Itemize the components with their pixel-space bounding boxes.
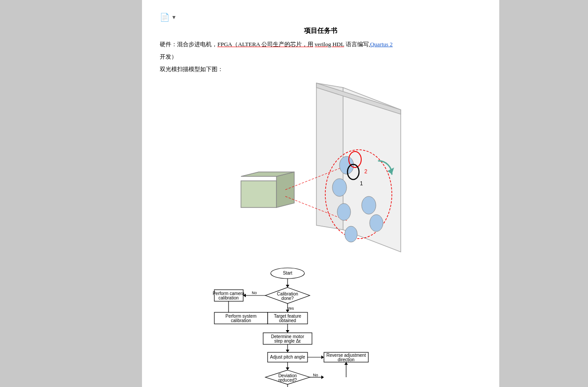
scan-diagram-svg: 2 1 — [228, 79, 414, 261]
page-title: 项目任务书 — [160, 27, 481, 35]
scan-model-diagram: 2 1 — [160, 79, 481, 261]
yes-label-1: Yes — [287, 307, 294, 311]
svg-marker-44 — [321, 375, 324, 379]
sys-cal-label2: calibration — [231, 318, 251, 323]
adjust-pitch-label: Adjust pitch angle — [270, 355, 305, 359]
svg-marker-35 — [286, 350, 289, 352]
svg-marker-38 — [321, 355, 324, 359]
doc-dropdown-icon[interactable]: ▼ — [171, 14, 177, 21]
no-label-2: No — [313, 373, 318, 378]
no-label-1: No — [252, 291, 257, 295]
svg-point-13 — [362, 196, 376, 214]
deviation-1-label2: reduced? — [278, 378, 297, 383]
svg-point-12 — [345, 226, 357, 242]
svg-marker-41 — [286, 367, 289, 370]
flowchart-area: Start Calibration done? No Perform camer… — [160, 265, 481, 387]
calibration-done-label2: done? — [281, 296, 294, 301]
document-icon: 📄 — [160, 12, 170, 22]
page-container: 📄 ▼ 项目任务书 硬件：混合步进电机，FPGA（ALTERA 公司生产的芯片，… — [0, 0, 588, 387]
scan-model-line: 双光模扫描模型如下图： — [160, 64, 481, 74]
svg-marker-3 — [241, 181, 276, 207]
svg-marker-20 — [286, 285, 289, 287]
right-panel — [499, 0, 552, 387]
document: 📄 ▼ 项目任务书 硬件：混合步进电机，FPGA（ALTERA 公司生产的芯片，… — [142, 0, 499, 387]
start-label: Start — [283, 271, 292, 275]
label-1: 1 — [360, 180, 363, 187]
svg-point-11 — [337, 203, 351, 220]
hardware-line: 硬件：混合步进电机，FPGA（ALTERA 公司生产的芯片，用 verilog … — [160, 40, 481, 49]
svg-point-14 — [370, 215, 383, 231]
svg-marker-32 — [286, 330, 289, 333]
target-feature-label2: obtained — [279, 318, 296, 323]
camera-cal-label2: calibration — [218, 295, 239, 300]
svg-marker-46 — [344, 362, 348, 365]
motor-step-label2: step angle Δε — [274, 339, 301, 343]
doc-header-bar: 📄 ▼ — [160, 12, 481, 22]
svg-point-10 — [332, 179, 347, 196]
left-panel — [36, 0, 142, 387]
flowchart-svg: Start Calibration done? No Perform camer… — [210, 265, 432, 387]
reverse-adj-1-label2: direction — [338, 357, 355, 362]
label-2: 2 — [364, 168, 367, 175]
hardware-line-2: 开发） — [160, 52, 481, 62]
